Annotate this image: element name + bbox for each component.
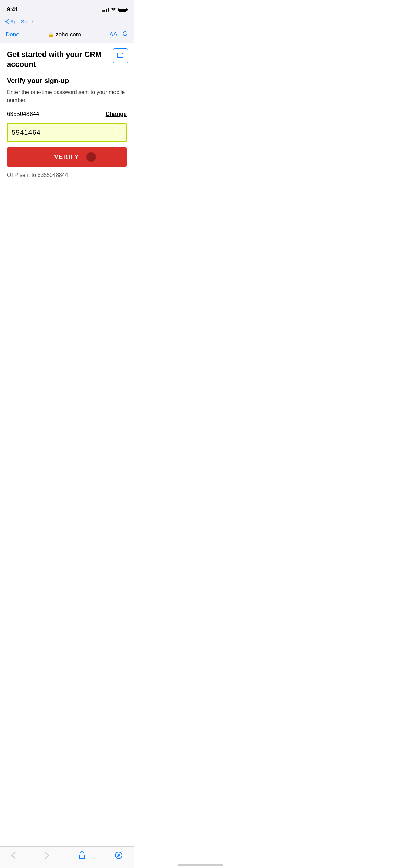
battery-icon <box>118 8 127 12</box>
back-to-app-store[interactable]: App Store <box>5 19 33 24</box>
app-store-label: App Store <box>10 19 33 24</box>
feedback-button[interactable] <box>113 48 128 63</box>
reload-button[interactable] <box>122 31 128 38</box>
url-text: zoho.com <box>56 31 81 38</box>
status-bar: 9:41 <box>0 0 134 16</box>
browser-bar: Done 🔒 zoho.com AA <box>0 28 134 43</box>
page-content: Get started with your CRM account Verify… <box>0 43 134 249</box>
done-button[interactable]: Done <box>5 31 20 38</box>
description-text: Enter the one-time password sent to your… <box>7 88 127 105</box>
browser-actions: AA <box>109 31 128 38</box>
otp-input[interactable] <box>12 129 122 136</box>
url-container: 🔒 zoho.com <box>20 31 110 38</box>
otp-input-container <box>7 123 127 142</box>
otp-sent-text: OTP sent to 6355048844 <box>7 172 127 178</box>
app-store-nav: App Store <box>0 16 134 28</box>
phone-row: 6355048844 Change <box>7 111 127 118</box>
sub-heading: Verify your sign-up <box>7 77 127 85</box>
verify-button-label: VERIFY <box>54 154 79 160</box>
press-indicator <box>86 152 96 162</box>
status-time: 9:41 <box>7 6 18 13</box>
change-phone-link[interactable]: Change <box>106 111 127 118</box>
verify-button[interactable]: VERIFY <box>7 147 127 167</box>
status-icons <box>102 7 127 12</box>
main-heading: Get started with your CRM account <box>7 50 127 69</box>
signal-icon <box>102 8 109 12</box>
phone-number: 6355048844 <box>7 111 39 118</box>
lock-icon: 🔒 <box>48 32 54 37</box>
wifi-icon <box>111 7 116 12</box>
reader-mode-button[interactable]: AA <box>109 31 117 38</box>
